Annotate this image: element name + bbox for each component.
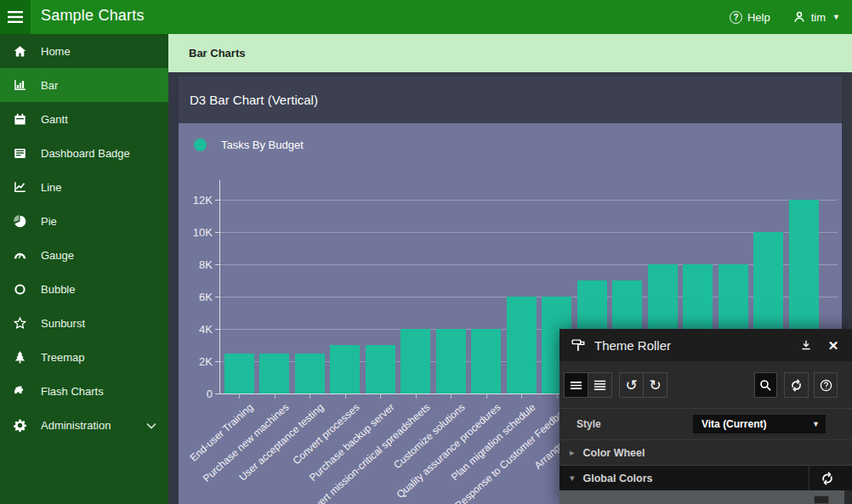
sidebar-nav: HomeBarGanttDashboard BadgeLinePieGaugeB…: [0, 34, 168, 504]
y-tick-label: 12K: [179, 194, 213, 207]
compact-view-button[interactable]: [564, 372, 588, 398]
y-tick-label: 0: [179, 388, 213, 400]
question-circle-icon: [819, 378, 833, 393]
x-tick: [521, 394, 522, 399]
sidebar-item-administration[interactable]: Administration: [0, 408, 168, 442]
section-global-colors[interactable]: ▾ Global Colors: [559, 465, 852, 490]
sidebar-item-pie[interactable]: Pie: [0, 204, 168, 238]
gear-icon: [12, 417, 27, 433]
sidebar-item-home[interactable]: Home: [0, 34, 168, 68]
bar[interactable]: [400, 329, 430, 394]
x-tick: [451, 394, 452, 399]
bar[interactable]: [330, 345, 360, 394]
section-label: Global Colors: [583, 473, 653, 484]
x-tick: [416, 394, 417, 399]
sidebar-item-dashboard-badge[interactable]: Dashboard Badge: [0, 136, 168, 170]
sidebar-item-gauge[interactable]: Gauge: [0, 238, 168, 272]
help-button-toolbar[interactable]: [814, 372, 838, 398]
sidebar-item-gantt[interactable]: Gantt: [0, 102, 168, 136]
refresh-button[interactable]: [784, 372, 809, 398]
sidebar-item-flash-charts[interactable]: Flash Charts: [0, 374, 168, 408]
style-select[interactable]: Vita (Current) ▼: [693, 415, 826, 433]
sidebar-item-label: Dashboard Badge: [41, 147, 130, 160]
app-title: Sample Charts: [41, 7, 145, 25]
tree-icon: [12, 349, 27, 365]
help-button[interactable]: ? Help: [730, 11, 770, 24]
refresh-icon: [820, 471, 835, 486]
star-icon: [12, 315, 27, 331]
color-swatch[interactable]: [814, 496, 829, 504]
close-icon: ✕: [828, 339, 839, 352]
sidebar-item-label: Treemap: [41, 351, 85, 364]
theme-roller-toolbar: ↺ ↻: [559, 361, 852, 408]
badge-icon: [12, 145, 27, 161]
sidebar-item-label: Line: [41, 181, 62, 194]
sidebar-item-line[interactable]: Line: [0, 170, 168, 204]
bar[interactable]: [295, 354, 325, 394]
gauge-icon: [12, 247, 27, 263]
x-tick: [239, 394, 240, 399]
chart-panel-title: D3 Bar Chart (Vertical): [190, 93, 318, 107]
refresh-icon: [789, 378, 804, 393]
gridline: [219, 232, 838, 233]
detailed-view-button[interactable]: [588, 372, 612, 398]
sidebar-item-label: Gantt: [41, 113, 68, 126]
undo-button[interactable]: ↺: [619, 372, 644, 398]
close-button[interactable]: ✕: [826, 338, 840, 352]
sidebar-item-label: Pie: [41, 215, 57, 228]
chart-panel-header: D3 Bar Chart (Vertical): [179, 76, 842, 123]
sidebar-item-bar[interactable]: Bar: [0, 68, 168, 102]
user-name: tim: [811, 11, 826, 24]
bubble-chart-icon: [12, 281, 27, 297]
sidebar-item-label: Home: [41, 45, 71, 58]
app-header: Sample Charts ? Help tim ▼: [0, 0, 852, 34]
bar[interactable]: [259, 354, 289, 394]
sidebar-item-bubble[interactable]: Bubble: [0, 272, 168, 306]
user-menu[interactable]: tim ▼: [792, 10, 840, 24]
hamburger-menu-button[interactable]: [0, 0, 31, 34]
chevron-down-icon: ▼: [832, 13, 840, 21]
application-window: Sample Charts ? Help tim ▼ HomeBarGanttD…: [0, 0, 852, 504]
y-axis: [219, 180, 220, 394]
bar[interactable]: [471, 329, 501, 394]
chevron-down-icon: ▾: [570, 473, 575, 484]
sidebar-item-label: Sunburst: [41, 317, 85, 330]
theme-roller-header[interactable]: Theme Roller ✕: [559, 329, 852, 361]
x-tick: [345, 394, 346, 399]
line-chart-icon: [12, 179, 27, 195]
y-tick-label: 6K: [179, 291, 213, 303]
search-icon: [758, 378, 773, 393]
search-button[interactable]: [754, 372, 777, 398]
gridline: [219, 200, 838, 201]
theme-roller-panel: Theme Roller ✕: [559, 329, 852, 504]
global-colors-refresh-button[interactable]: [809, 466, 844, 491]
home-icon: [12, 43, 27, 59]
page-title: Bar Charts: [189, 47, 245, 59]
bar[interactable]: [436, 329, 466, 394]
sidebar-item-label: Bubble: [41, 283, 75, 296]
x-tick: [380, 394, 381, 399]
sidebar-item-treemap[interactable]: Treemap: [0, 340, 168, 374]
sidebar-item-label: Flash Charts: [41, 385, 104, 398]
hamburger-icon: [8, 11, 23, 23]
global-colors-content: [559, 490, 844, 504]
chevron-down-icon: [146, 419, 156, 432]
sidebar-item-sunburst[interactable]: Sunburst: [0, 306, 168, 340]
pie-chart-icon: [12, 213, 27, 229]
paint-roller-icon: [571, 337, 586, 353]
style-label: Style: [577, 418, 601, 430]
download-button[interactable]: [799, 338, 813, 352]
redo-button[interactable]: ↻: [643, 372, 667, 398]
lines-4-icon: [593, 378, 607, 393]
bar[interactable]: [366, 345, 395, 394]
help-label: Help: [747, 11, 770, 24]
puzzle-icon: [12, 383, 27, 399]
undo-icon: ↺: [625, 378, 637, 393]
bar[interactable]: [507, 297, 537, 394]
sidebar-item-label: Administration: [41, 419, 111, 432]
select-caret-icon: ▼: [812, 420, 820, 428]
sidebar-item-label: Bar: [41, 79, 58, 92]
bar[interactable]: [224, 354, 254, 394]
help-icon: ?: [730, 11, 742, 24]
section-color-wheel[interactable]: ▸ Color Wheel: [559, 439, 852, 465]
